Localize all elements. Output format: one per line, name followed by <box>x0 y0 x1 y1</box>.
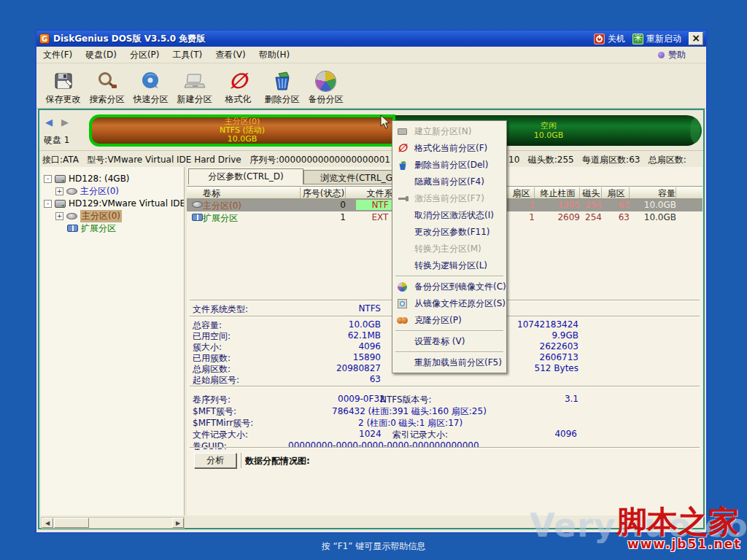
header-heads[interactable]: 磁头 <box>581 187 602 198</box>
tree-node-label: 主分区(0) <box>80 185 119 198</box>
fs-type-value: NTFS <box>358 303 381 316</box>
cell-index: 1 <box>302 212 346 222</box>
window-title: DiskGenius DOS版 V3.5.0 免费版 <box>53 33 205 45</box>
menu-item-change-params[interactable]: 更改分区参数(F11) <box>392 224 506 241</box>
menu-item-restore-from-image[interactable]: 从镜像文件还原分区(S) <box>392 295 506 312</box>
disk-tree: - HD128: (4GB) + 主分区(0) - HD129:VMware V… <box>41 167 185 516</box>
search-icon <box>97 69 117 93</box>
app-window: G DiskGenius DOS版 V3.5.0 免费版 关机 ✳ 重新启动 ×… <box>35 29 708 534</box>
menu-item-format-partition[interactable]: ∅ 格式化当前分区(F) <box>392 140 506 157</box>
close-button[interactable]: × <box>689 32 703 45</box>
collapse-icon[interactable]: - <box>44 200 52 208</box>
header-index[interactable]: 序号(状态) <box>302 187 346 198</box>
harddisk-icon <box>55 200 66 208</box>
restore-icon <box>397 298 408 309</box>
sponsor-link[interactable]: 赞助 <box>658 49 706 61</box>
divider <box>190 386 700 387</box>
ntfs-label: $MFTMirr簇号: <box>193 417 253 429</box>
expand-icon[interactable]: + <box>55 187 63 195</box>
disk-info-left: 接口:ATA 型号:VMware Virtual IDE Hard Drive … <box>42 154 407 166</box>
header-volume[interactable]: 卷标 <box>190 187 301 198</box>
save-changes-button[interactable]: 保存更改 <box>42 67 84 106</box>
activate-icon <box>397 193 408 204</box>
quick-partition-icon <box>141 69 161 93</box>
tree-node-hd128[interactable]: - HD128: (4GB) <box>44 173 130 184</box>
partition-icon <box>66 213 77 219</box>
detail-label: 起始扇区号: <box>193 374 239 386</box>
header-sector2[interactable]: 扇区 <box>603 187 630 198</box>
cell-sector2: 63 <box>603 212 630 222</box>
menu-view[interactable]: 查看(V) <box>209 47 252 63</box>
header-end-cyl[interactable]: 终止柱面 <box>536 187 580 198</box>
menu-item-deactivate-partition[interactable]: 取消分区激活状态(I) <box>392 207 506 224</box>
menu-item-delete-partition[interactable]: 删除当前分区(Del) <box>392 157 506 174</box>
tree-node-extended[interactable]: 扩展分区 <box>67 222 116 234</box>
scroll-thumb[interactable] <box>54 518 89 528</box>
tree-node-label: HD128: (4GB) <box>69 174 130 184</box>
format-button[interactable]: ∅ 格式化 <box>217 67 259 106</box>
app-icon: G <box>39 34 50 44</box>
menu-partition[interactable]: 分区(P) <box>123 47 166 63</box>
primary-partition-block[interactable]: 主分区(0) NTFS (活动) 10.0GB <box>89 114 395 147</box>
collapse-icon[interactable]: - <box>44 175 52 183</box>
shutdown-label: 关机 <box>608 33 625 45</box>
scroll-right-arrow[interactable]: ▶ <box>172 518 184 528</box>
cell-sector2: 63 <box>603 200 630 210</box>
ntfs-label2: 索引记录大小: <box>392 429 448 441</box>
new-partition-button[interactable]: 新建分区 <box>174 67 215 106</box>
restart-button[interactable]: ✳ 重新启动 <box>632 33 681 45</box>
detail-row: 起始扇区号:63 <box>193 374 381 386</box>
ntfs-label: $MFT簇号: <box>193 405 236 418</box>
primary-partition-size: 10.0GB <box>228 135 258 144</box>
disk-label: 硬盘 1 <box>44 134 69 147</box>
ntfs-value2: 3.1 <box>565 394 578 404</box>
header-capacity[interactable]: 容量 <box>631 187 676 198</box>
scroll-left-arrow[interactable]: ◀ <box>42 518 53 528</box>
ntfs-value: 786432 (柱面:391 磁头:160 扇区:25) <box>332 405 487 418</box>
ntfs-label: 文件记录大小: <box>193 429 248 441</box>
new-partition-icon <box>397 126 408 137</box>
tree-hscrollbar[interactable]: ◀ ▶ <box>41 517 185 529</box>
ntfs-row: $MFT簇号: 786432 (柱面:391 磁头:160 扇区:25) <box>187 405 703 416</box>
backup-partition-icon <box>316 69 336 93</box>
cell-volume: 主分区(0) <box>190 200 301 212</box>
ntfs-value: 1024 <box>359 429 382 439</box>
fs-type-row: 文件系统类型: NTFS <box>193 303 381 316</box>
save-changes-label: 保存更改 <box>46 93 81 106</box>
backup-partition-button[interactable]: 备份分区 <box>305 67 347 106</box>
tab-partition-params[interactable]: 分区参数(CTRL_D) <box>188 168 303 184</box>
quick-partition-button[interactable]: 快速分区 <box>130 67 171 106</box>
prev-disk-arrow[interactable]: ◀ <box>45 117 53 128</box>
cell-heads: 254 <box>581 212 602 222</box>
menu-tools[interactable]: 工具(T) <box>166 47 209 63</box>
menu-item-backup-to-image[interactable]: 备份分区到镜像文件(C) <box>392 279 506 295</box>
sponsor-dot-icon <box>658 52 665 58</box>
title-bar: G DiskGenius DOS版 V3.5.0 免费版 关机 ✳ 重新启动 × <box>36 31 706 47</box>
detail-value: 63 <box>370 374 381 386</box>
menu-item-set-volume-label[interactable]: 设置卷标 (V) <box>392 333 506 350</box>
partition-context-menu: 建立新分区(N) ∅ 格式化当前分区(F) 删除当前分区(Del) 隐藏当前分区… <box>392 120 507 373</box>
ntfs-row: 文件记录大小: 1024 索引记录大小: 4096 <box>187 429 703 440</box>
extended-partition-icon <box>67 225 78 232</box>
menu-file[interactable]: 文件(F) <box>36 47 79 63</box>
tree-node-hd129[interactable]: - HD129:VMware Virtual IDE H <box>44 198 185 209</box>
search-partition-button[interactable]: 搜索分区 <box>86 67 128 106</box>
search-partition-label: 搜索分区 <box>90 93 125 106</box>
delete-partition-button[interactable]: 删除分区 <box>261 67 303 106</box>
menu-item-reload-partition[interactable]: 重新加载当前分区(F5) <box>392 354 506 371</box>
new-partition-label: 新建分区 <box>177 93 212 106</box>
menu-item-convert-logical[interactable]: 转换为逻辑分区(L) <box>392 257 506 274</box>
expand-icon[interactable]: + <box>55 212 63 220</box>
analyze-button[interactable]: 分析 <box>194 453 236 468</box>
menu-item-hide-partition[interactable]: 隐藏当前分区(F4) <box>392 174 506 190</box>
header-sector1[interactable]: 扇区 <box>508 187 535 198</box>
next-disk-arrow[interactable]: ▶ <box>61 117 69 128</box>
shutdown-button[interactable]: 关机 <box>594 33 625 45</box>
divider <box>241 453 241 468</box>
menu-item-clone-partition[interactable]: 克隆分区(P) <box>392 312 506 329</box>
menu-help[interactable]: 帮助(H) <box>252 47 296 63</box>
cell-sector1: 1 <box>508 212 535 222</box>
tree-node-hd128-primary[interactable]: + 主分区(0) <box>55 185 119 197</box>
tree-node-hd129-primary[interactable]: + 主分区(0) <box>55 210 122 222</box>
menu-disk[interactable]: 硬盘(D) <box>79 47 123 63</box>
